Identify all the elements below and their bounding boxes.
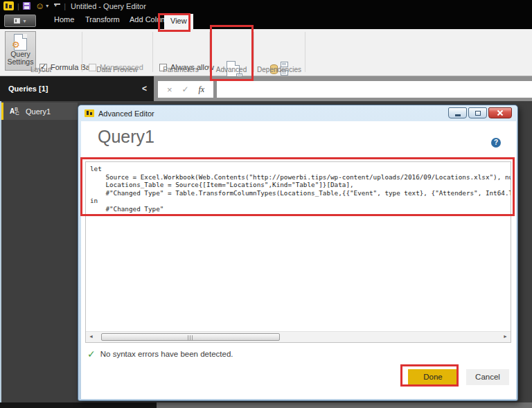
group-label-dependencies: Dependencies	[254, 66, 305, 75]
group-divider	[305, 32, 305, 72]
query-settings-label: Query Settings	[6, 51, 35, 66]
queries-header-label: Queries [1]	[8, 85, 48, 93]
group-label-layout: Layout	[0, 66, 82, 75]
minimize-button[interactable]	[448, 107, 467, 118]
file-menu-icon	[14, 18, 20, 24]
file-menu-button[interactable]: ▾	[4, 15, 36, 27]
fx-icon[interactable]: fx	[198, 85, 204, 95]
help-icon[interactable]: ?	[491, 138, 501, 148]
m-code-text[interactable]: let Source = Excel.Workbook(Web.Contents…	[90, 165, 511, 330]
code-editor[interactable]: let Source = Excel.Workbook(Web.Contents…	[85, 161, 511, 343]
scroll-right-icon[interactable]: ►	[503, 334, 508, 339]
close-button[interactable]	[488, 107, 512, 118]
smiley-dropdown-icon[interactable]: ▾	[46, 3, 48, 9]
queries-panel-header: Queries [1] <	[0, 76, 154, 101]
chevron-down-icon: ▾	[23, 18, 26, 24]
divider: |	[64, 2, 66, 10]
group-label-advanced: Advanced	[209, 66, 254, 75]
feedback-smiley-icon[interactable]: ☺	[35, 1, 44, 10]
cancel-formula-icon[interactable]: ×	[167, 85, 172, 95]
group-label-data-preview: Data Preview	[82, 66, 152, 75]
scroll-left-icon[interactable]: ◄	[89, 334, 94, 339]
advanced-editor-dialog: Advanced Editor Query1 ? let Source = Ex…	[78, 105, 518, 401]
formula-row: Queries [1] < × ✓ fx	[0, 76, 532, 101]
cancel-button[interactable]: Cancel	[466, 369, 509, 385]
text-query-icon: ABC	[10, 107, 21, 115]
dialog-title: Advanced Editor	[98, 109, 154, 118]
close-icon	[497, 109, 504, 116]
done-button[interactable]: Done	[408, 369, 458, 385]
query-item-label: Query1	[26, 107, 51, 116]
tab-transform[interactable]: Transform	[85, 15, 120, 24]
tab-view[interactable]: View	[164, 14, 193, 29]
dialog-body: Query1 ? let Source = Excel.Workbook(Web…	[81, 121, 516, 399]
scrollbar-grip-icon	[188, 335, 194, 340]
queries-panel: ABC Query1	[1, 101, 78, 402]
save-icon[interactable]	[23, 2, 30, 10]
quick-access-toolbar-icon[interactable]	[54, 3, 60, 8]
syntax-status-message: No syntax errors have been detected.	[100, 350, 233, 358]
success-check-icon: ✓	[87, 348, 96, 360]
horizontal-scrollbar[interactable]: ◄ ►	[86, 331, 511, 342]
advanced-editor-dialog-icon	[85, 109, 94, 117]
query-editor-window: | ☺ ▾ | Untitled - Query Editor ▾ Home T…	[0, 0, 532, 408]
title-bar: | ☺ ▾ | Untitled - Query Editor	[0, 0, 532, 12]
powerbi-app-icon[interactable]	[3, 1, 14, 10]
scrollbar-thumb[interactable]	[101, 333, 280, 341]
status-bar-left	[0, 402, 157, 408]
query-list-item[interactable]: ABC Query1	[1, 103, 78, 120]
window-title: Untitled - Query Editor	[71, 2, 146, 10]
commit-formula-icon[interactable]: ✓	[181, 85, 188, 94]
divider: |	[17, 2, 19, 10]
gear-icon: ⚙	[12, 40, 20, 49]
maximize-button[interactable]	[468, 107, 487, 118]
maximize-icon	[475, 111, 481, 116]
minimize-icon	[455, 114, 461, 116]
query-settings-icon: ⚙	[14, 34, 27, 51]
ribbon: ⚙ Query Settings ✓ Formula Bar Monospace…	[0, 29, 532, 76]
syntax-status: ✓ No syntax errors have been detected.	[87, 348, 233, 360]
status-bar-right	[157, 402, 532, 408]
formula-toolbar: × ✓ fx	[158, 81, 213, 98]
group-label-parameters: Parameters	[152, 66, 209, 75]
formula-input[interactable]	[217, 81, 532, 98]
collapse-panel-icon[interactable]: <	[142, 84, 147, 94]
query-name-heading: Query1	[98, 127, 154, 147]
dialog-window-buttons	[448, 107, 512, 118]
query-settings-button[interactable]: ⚙ Query Settings	[5, 31, 36, 71]
dialog-title-bar[interactable]: Advanced Editor	[78, 105, 517, 121]
ribbon-tab-bar: ▾ Home Transform Add Column View	[0, 12, 532, 29]
tab-home[interactable]: Home	[54, 15, 74, 24]
